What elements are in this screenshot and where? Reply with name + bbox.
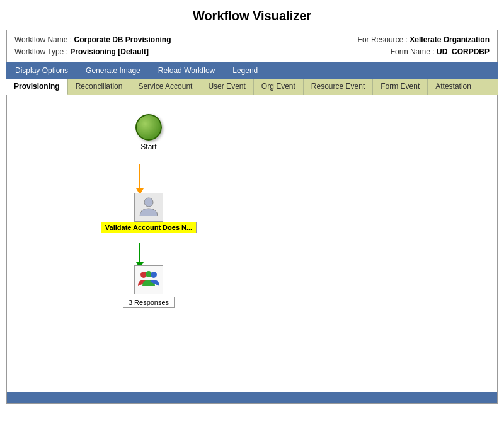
page-title: Workflow Visualizer	[0, 0, 504, 30]
form-name-field: Form Name : UD_CORPDBP	[391, 46, 490, 58]
task-icon-box	[134, 193, 163, 222]
arrow-task-to-response	[136, 243, 144, 268]
response-node[interactable]: 3 Responses	[117, 265, 180, 308]
arrow-line-1	[139, 164, 140, 188]
workflow-type-value: Provisioning [Default]	[70, 47, 149, 56]
start-label: Start	[140, 142, 156, 151]
person-icon	[137, 196, 160, 219]
legend-button[interactable]: Legend	[224, 62, 266, 79]
tab-user-event[interactable]: User Event	[200, 79, 253, 95]
arrow-start-to-task	[136, 164, 144, 195]
task-label: Validate Account Does N...	[101, 222, 197, 233]
toolbar: Display Options Generate Image Reload Wo…	[6, 62, 498, 79]
task-node[interactable]: Validate Account Does N...	[117, 193, 180, 233]
workflow-canvas: Start Validate Account Does N...	[7, 95, 497, 403]
tabs-container: Provisioning Reconciliation Service Acco…	[6, 79, 498, 95]
reload-workflow-button[interactable]: Reload Workflow	[149, 62, 224, 79]
info-row-1: Workflow Name : Corporate DB Provisionin…	[14, 34, 490, 46]
tab-org-event[interactable]: Org Event	[254, 79, 304, 95]
info-row-2: Workflow Type : Provisioning [Default] F…	[14, 46, 490, 58]
bottom-bar	[7, 392, 497, 403]
generate-image-button[interactable]: Generate Image	[77, 62, 149, 79]
multi-person-icon	[137, 268, 160, 291]
for-resource-value: Xellerate Organization	[410, 35, 490, 44]
start-circle-icon	[135, 114, 162, 141]
workflow-name-value: Corporate DB Provisioning	[74, 35, 171, 44]
main-area: Start Validate Account Does N...	[6, 95, 498, 404]
display-options-button[interactable]: Display Options	[6, 62, 77, 79]
form-name-label: Form Name :	[391, 47, 435, 56]
workflow-type-label: Workflow Type :	[14, 47, 68, 56]
response-label: 3 Responses	[123, 297, 175, 308]
tab-resource-event[interactable]: Resource Event	[304, 79, 373, 95]
tab-attestation[interactable]: Attestation	[428, 79, 479, 95]
workflow-name-label: Workflow Name :	[14, 35, 72, 44]
svg-point-0	[144, 198, 153, 207]
workflow-name-field: Workflow Name : Corporate DB Provisionin…	[14, 34, 171, 46]
for-resource-field: For Resource : Xellerate Organization	[358, 34, 490, 46]
form-name-value: UD_CORPDBP	[437, 47, 490, 56]
tab-reconciliation[interactable]: Reconciliation	[68, 79, 131, 95]
for-resource-label: For Resource :	[358, 35, 408, 44]
tab-provisioning[interactable]: Provisioning	[6, 79, 68, 95]
tab-service-account[interactable]: Service Account	[130, 79, 200, 95]
workflow-type-field: Workflow Type : Provisioning [Default]	[14, 46, 149, 58]
tab-form-event[interactable]: Form Event	[373, 79, 428, 95]
response-icon-box	[134, 265, 163, 294]
arrow-line-2	[139, 243, 140, 262]
info-bar: Workflow Name : Corporate DB Provisionin…	[6, 30, 498, 62]
start-node: Start	[123, 114, 174, 151]
svg-point-3	[151, 272, 157, 278]
